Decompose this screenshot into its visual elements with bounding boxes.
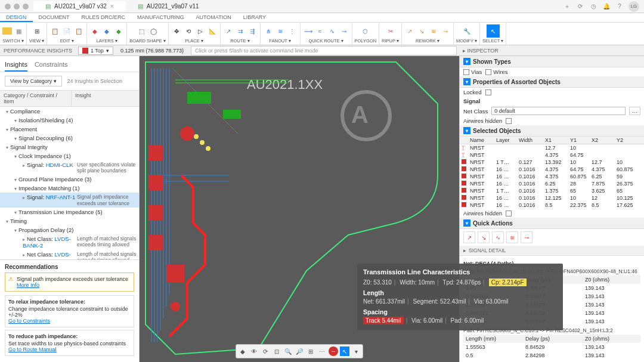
signal-row[interactable]: 0.5656853.21647139.143 (463, 360, 640, 362)
table-row[interactable]: NRST16 …0.10164.37564.754.37560.875 (460, 166, 644, 173)
go-to-constraints-link[interactable]: Go to Constraints (8, 318, 50, 324)
menu-design[interactable]: DESIGN (0, 13, 33, 22)
tab-doc-1[interactable]: ▤AU2021_v9a07 v32× (33, 1, 126, 11)
locked-checkbox[interactable] (485, 89, 491, 95)
tab-doc-2[interactable]: ▤AU2021_v9a07 v11 (126, 1, 211, 11)
tree-node[interactable]: ▾Impedance Matching (1) (0, 184, 139, 193)
eye-icon[interactable]: 👁 (249, 346, 259, 356)
table-row[interactable]: NRST16 …0.101612.125101210.125 (460, 194, 644, 202)
netclass-select[interactable]: 0 default (491, 107, 626, 115)
insights-tree[interactable]: ▾Compliance▾Isolation/Shielding (4)▾Plac… (0, 107, 139, 259)
svg-point-27 (200, 140, 205, 145)
ribbon-polygon[interactable]: ⬡POLYGON (352, 23, 380, 45)
vias-checkbox[interactable]: Vias (463, 69, 482, 75)
table-row[interactable]: NRST16 …0.10164.37560.8756.2559 (460, 173, 644, 180)
command-input[interactable]: Click or press Slash to activate command… (191, 46, 457, 55)
table-row[interactable]: ⌶NRST12.710 (460, 144, 644, 151)
table-row[interactable]: NRST1 T…0.12713.3921012.710 (460, 159, 644, 166)
ribbon-quick-route[interactable]: ⟿≈∿⊸QUICK ROUTE ▾ (301, 23, 352, 45)
table-row[interactable]: ⌶NRST4.37564.75 (460, 151, 644, 159)
help-icon[interactable]: ? (615, 2, 624, 11)
go-to-route-manual-link[interactable]: Go to Route Manual (8, 346, 57, 352)
tree-node[interactable]: ▾Placement (0, 125, 139, 134)
table-row[interactable]: NRST1 T…0.10161.375653.62565 (460, 187, 644, 194)
tree-node[interactable]: ▾Compliance (0, 107, 139, 116)
tree-node[interactable]: ▾Propagation Delay (2) (0, 225, 139, 234)
tree-node[interactable]: ▾Transmission Line Impedance (5) (0, 208, 139, 216)
svg-point-24 (180, 126, 194, 141)
zoom-in-icon[interactable]: 🔎 (295, 346, 304, 356)
tree-node[interactable]: ▾Signal Integrity (0, 143, 139, 151)
qa-1[interactable]: ↗ (463, 231, 475, 243)
zoom-out-icon[interactable]: 🔍 (283, 346, 293, 356)
tree-node[interactable]: ▸Net Class: LVDS-BANK-2Length of matched… (0, 234, 139, 250)
menu-document[interactable]: DOCUMENT (33, 13, 76, 22)
tab-insights[interactable]: Insights (5, 58, 27, 72)
netclass-more-button[interactable]: … (629, 107, 640, 115)
grid-icon[interactable]: ⊞ (306, 346, 315, 356)
ribbon-rework[interactable]: ↗↘≋⊸REWORK ▾ (402, 23, 454, 45)
relax-recommendation: To relax impedance tolerance: Change imp… (5, 295, 134, 327)
table-row[interactable]: NRST16 …0.10168.522.3758.517.625 (460, 202, 644, 209)
sync-icon[interactable]: ⟳ (576, 2, 584, 11)
avatar[interactable]: LG (628, 1, 639, 12)
menu-library[interactable]: LIBRARY (237, 13, 272, 22)
cursor-icon[interactable]: ↖ (340, 346, 349, 356)
tree-node[interactable]: ▾Timing (0, 216, 139, 225)
qa-3[interactable]: ∿ (492, 231, 504, 243)
ribbon-modify[interactable]: 🔧MODIFY ▾ (454, 23, 480, 45)
airwires-checkbox[interactable] (506, 118, 512, 124)
wires-checkbox[interactable]: Wires (485, 69, 507, 75)
ribbon-board-shape[interactable]: ⬚◯BOARD SHAPE ▾ (127, 23, 168, 45)
close-icon[interactable]: × (110, 3, 114, 10)
signal-row[interactable]: 0.52.84298139.143 (463, 351, 640, 360)
airwires-checkbox-2[interactable] (506, 211, 512, 216)
tree-node[interactable]: ▾Isolation/Shielding (4) (0, 116, 139, 125)
selected-objects-header[interactable]: ▾Selected Objects (460, 125, 644, 137)
bell-icon[interactable]: 🔔 (602, 2, 611, 11)
view-by-category-button[interactable]: View by Category ▾ (5, 76, 62, 86)
tree-node[interactable]: ▸Signal: NRF-ANT-1Signal path impedance … (0, 193, 139, 207)
ribbon-fanout[interactable]: ⋔≋⋮FANOUT ▾ (261, 23, 301, 45)
zoom-fit-icon[interactable]: ⊡ (272, 346, 281, 356)
ribbon-place[interactable]: ✥⟲▷📐PLACE ▾ (169, 23, 221, 45)
tree-node[interactable]: ▾Clock Impedance (1) (0, 151, 139, 160)
quick-actions-header[interactable]: ▾Quick Actions (460, 218, 644, 229)
menu-rules[interactable]: RULES DRC/ERC (76, 13, 132, 22)
refresh-icon[interactable]: ⟳ (261, 346, 270, 356)
ribbon-layers[interactable]: ◆◆◆LAYERS ▾ (87, 23, 127, 45)
ribbon-view[interactable]: ⊞VIEW ▾ (27, 23, 47, 45)
window-controls[interactable] (0, 4, 33, 10)
add-tab-icon[interactable]: ＋ (563, 2, 571, 11)
ribbon-switch[interactable]: ▦SWITCH ▾ (0, 23, 27, 45)
qa-4[interactable]: ≋ (506, 231, 518, 243)
menu-automation[interactable]: AUTOMATION (190, 13, 237, 22)
ribbon-route[interactable]: ↗⇉⇶ROUTE ▾ (221, 23, 261, 45)
layer-selector[interactable]: 1 Top▾ (78, 47, 113, 55)
stop-icon[interactable]: − (329, 346, 338, 356)
menu-icon[interactable]: ⋯ (317, 346, 327, 356)
tab-constraints[interactable]: Constraints (35, 58, 68, 72)
properties-header[interactable]: ▾Properties of Assorted Objects (460, 76, 644, 88)
more-info-link[interactable]: More Info (17, 282, 39, 288)
tree-node[interactable]: ▾Signal Decoupling (6) (0, 134, 139, 143)
selected-objects-table[interactable]: NameLayer WidthX1Y1 X2Y2 ⌶NRST12.710⌶NRS… (460, 137, 644, 209)
tree-node[interactable]: ▸Signal: HDMI-CLKUser specifications vio… (0, 160, 139, 175)
recommendations: Recommendations ⚠ Signal path impedance … (0, 259, 139, 362)
chevron-icon[interactable]: ▾ (351, 346, 361, 356)
ribbon-ripup[interactable]: ✂RIPUP ▾ (379, 23, 402, 45)
clock-icon[interactable]: ◷ (589, 2, 597, 11)
ribbon-select[interactable]: ↖SELECT ▾ (480, 23, 506, 45)
signal-row[interactable]: 1.555638.84529139.143 (463, 343, 640, 351)
layers-icon[interactable]: ◆ (238, 346, 247, 356)
menu-manufacturing[interactable]: MANUFACTURING (131, 13, 190, 22)
shown-types-header[interactable]: ▾Shown Types (460, 56, 644, 67)
tree-node[interactable]: ▾Ground Plane Impedance (3) (0, 175, 139, 184)
pcb-canvas[interactable]: A AU2021.1XX Transmiss (140, 56, 459, 362)
svg-point-25 (171, 302, 180, 311)
tree-node[interactable]: ▸Net Class: LVDS-BANK-3Length of matched… (0, 250, 139, 259)
ribbon-edit[interactable]: 📋📄📋EDIT ▾ (47, 23, 87, 45)
qa-5[interactable]: ⊸ (521, 231, 532, 243)
table-row[interactable]: NRST16 …0.10166.25287.87526.375 (460, 180, 644, 187)
qa-2[interactable]: ↘ (478, 231, 490, 243)
